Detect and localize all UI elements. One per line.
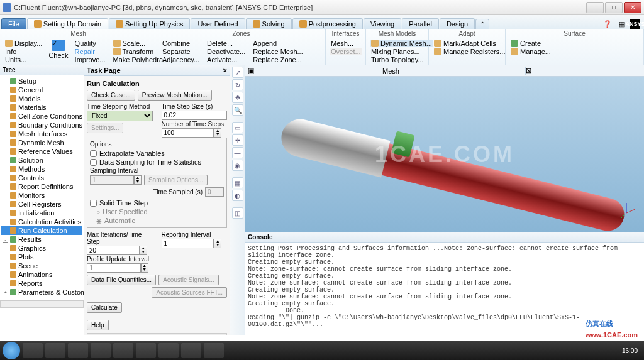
tree-node[interactable]: Reports [1,279,82,288]
expand-icon[interactable]: - [3,237,8,243]
calculate-button[interactable]: Calculate [87,302,122,313]
tree-node[interactable]: Animations [1,270,82,279]
zoom-in-icon[interactable]: 🔍 [232,104,243,116]
tab-file[interactable]: File [1,18,26,29]
overset-button[interactable]: Overset... [330,48,362,55]
tree-node[interactable]: +Parameters & Customiz... [1,288,82,297]
taskbar-app-1[interactable] [23,343,43,358]
taskbar-app-9[interactable] [204,343,224,358]
tab-setting-up-domain[interactable]: Setting Up Domain [27,18,108,29]
tree-node[interactable]: -Setup [1,77,82,85]
render-tab-mesh[interactable]: Mesh [257,67,526,75]
view-icon[interactable]: ◉ [232,160,243,171]
task-page-close[interactable]: × [223,67,227,74]
display-button[interactable]: Display... [4,40,43,47]
tree-node[interactable]: Mesh Interfaces [1,129,82,138]
units-button[interactable]: Units... [4,56,43,63]
close-button[interactable]: ✕ [624,2,641,13]
polyhedra-button[interactable]: Make Polyhedra [112,56,165,63]
data-sampling-checkbox[interactable]: Data Sampling for Time Statistics [90,158,224,166]
expand-icon[interactable]: - [3,79,8,84]
tree-node[interactable]: Scene [1,261,82,270]
taskbar-app-4[interactable] [91,343,111,358]
taskbar-app-7[interactable] [158,343,179,358]
tree-scrollbar[interactable] [0,300,84,308]
acoustic-fft-button[interactable]: Acoustic Sources FFT... [152,287,227,298]
num-ts-spinner[interactable]: ▲▼ [214,128,221,138]
ts-method-select[interactable]: Fixed [87,111,153,121]
tree-node[interactable]: Report Definitions [1,182,82,191]
quality-button[interactable]: Quality [74,40,107,47]
mixing-planes-button[interactable]: Mixing Planes... [370,48,433,55]
prof-upd-input[interactable] [87,263,141,273]
help-icon[interactable]: ❓ [602,19,613,29]
tree-node[interactable]: Reference Values [1,147,82,156]
tab-setting-up-physics[interactable]: Setting Up Physics [109,18,190,29]
tab-user-defined[interactable]: User Defined [191,18,245,29]
taskbar-app-5[interactable] [113,343,133,358]
delete-button[interactable]: Delete... [206,40,247,47]
manage-surface-button[interactable]: Manage... [509,48,552,55]
append-button[interactable]: Append [252,40,304,47]
transform-button[interactable]: Transform [112,48,165,55]
tab-viewing[interactable]: Viewing [364,18,401,29]
deactivate-button[interactable]: Deactivate... [206,48,247,55]
create-surface-button[interactable]: Create [509,40,552,47]
windows-taskbar[interactable]: 16:00 [0,341,644,360]
expand-icon[interactable]: - [3,158,8,163]
tree-node[interactable]: Cell Zone Conditions [1,112,82,121]
manage-registers-button[interactable]: Manage Registers... [433,48,506,55]
pan-icon[interactable]: ✥ [232,92,243,103]
num-ts-input[interactable] [162,128,214,138]
tab-postprocessing[interactable]: Postprocessing [292,18,363,29]
maximize-button[interactable]: □ [605,2,623,13]
settings-button[interactable]: Settings... [87,123,123,133]
combine-button[interactable]: Combine [161,40,201,47]
help-button[interactable]: Help [87,320,109,330]
tree-node[interactable]: Boundary Conditions [1,121,82,129]
rep-int-spinner[interactable]: ▲▼ [214,239,221,248]
interfaces-mesh-button[interactable]: Mesh... [330,40,362,47]
turbo-topology-button[interactable]: Turbo Topology... [370,56,433,63]
sampling-options-button[interactable]: Sampling Options... [144,175,208,185]
taskbar-clock[interactable]: 16:00 [622,347,641,354]
expand-icon[interactable]: + [3,290,8,295]
shaded-icon[interactable]: ◐ [232,190,243,201]
taskbar-app-8[interactable] [181,343,201,358]
mark-adapt-button[interactable]: Mark/Adapt Cells [433,40,506,47]
adjacency-button[interactable]: Adjacency... [161,56,201,63]
tree-node[interactable]: Graphics [1,244,82,253]
prof-upd-spinner[interactable]: ▲▼ [141,263,148,273]
start-button[interactable] [3,342,20,359]
preview-mesh-motion-button[interactable]: Preview Mesh Motion... [138,90,212,101]
tree-node[interactable]: Models [1,94,82,103]
3d-canvas[interactable]: 1CAE.COM [245,77,644,232]
data-file-button[interactable]: Data File Quantities... [87,275,156,285]
max-iter-input[interactable] [87,246,140,255]
tree-node[interactable]: -Solution [1,156,82,165]
measure-icon[interactable]: — [232,147,243,158]
taskbar-app-2[interactable] [45,343,65,358]
render-tab-close[interactable]: ⊠ [526,67,531,75]
tree-node[interactable]: General [1,85,82,94]
tree-node[interactable]: Controls [1,173,82,182]
repair-button[interactable]: Repair [74,48,107,55]
extrapolate-checkbox[interactable]: Extrapolate Variables [90,149,224,158]
tree-list[interactable]: -SetupGeneralModelsMaterialsCell Zone Co… [0,75,84,298]
tree-node[interactable]: Run Calculation [1,226,82,235]
check-button[interactable]: ✓Check [48,40,68,63]
tree-node[interactable]: Methods [1,165,82,173]
separate-button[interactable]: Separate [161,48,201,55]
tree-node[interactable]: -Results [1,235,82,244]
solid-time-step-checkbox[interactable]: Solid Time Step [90,199,224,207]
taskbar-app-3[interactable] [68,343,88,358]
tab-design[interactable]: Design [440,18,475,29]
max-iter-spinner[interactable]: ▲▼ [140,246,147,255]
tree-node[interactable]: Initialization [1,209,82,217]
tree-node[interactable]: Materials [1,103,82,112]
check-case-button[interactable]: Check Case... [87,90,135,101]
improve-button[interactable]: Improve... [74,56,107,63]
replace-zone-button[interactable]: Replace Zone... [252,56,304,63]
clip-icon[interactable]: ◫ [232,207,243,219]
probe-icon[interactable]: ✛ [232,134,243,146]
